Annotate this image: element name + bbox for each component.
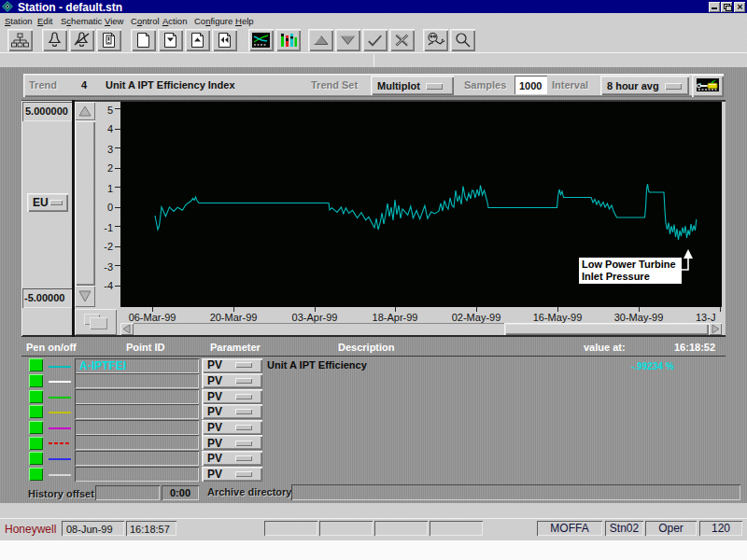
svg-text:Inlet Pressure: Inlet Pressure bbox=[582, 271, 650, 282]
svg-text:Low Power Turbine: Low Power Turbine bbox=[582, 259, 676, 270]
